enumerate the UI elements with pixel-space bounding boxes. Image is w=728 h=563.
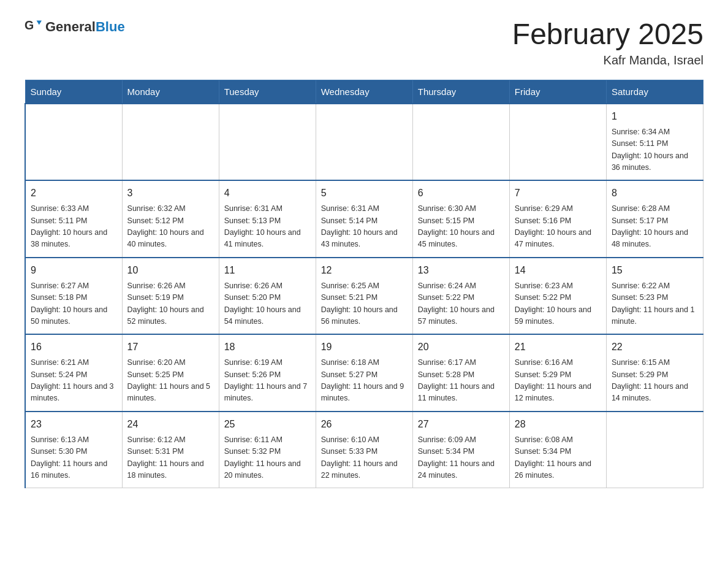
day-info: Sunrise: 6:09 AM Sunset: 5:34 PM Dayligh… [418,434,504,482]
calendar-cell: 5Sunrise: 6:31 AM Sunset: 5:14 PM Daylig… [316,180,412,258]
day-number: 6 [418,186,504,201]
calendar-cell: 4Sunrise: 6:31 AM Sunset: 5:13 PM Daylig… [219,180,316,258]
day-info: Sunrise: 6:20 AM Sunset: 5:25 PM Dayligh… [127,357,214,405]
calendar-cell: 28Sunrise: 6:08 AM Sunset: 5:34 PM Dayli… [509,412,606,488]
day-info: Sunrise: 6:11 AM Sunset: 5:32 PM Dayligh… [224,434,311,482]
calendar-cell: 26Sunrise: 6:10 AM Sunset: 5:33 PM Dayli… [316,412,412,488]
calendar-header-row: SundayMondayTuesdayWednesdayThursdayFrid… [25,80,703,104]
day-info: Sunrise: 6:10 AM Sunset: 5:33 PM Dayligh… [321,434,408,482]
day-info: Sunrise: 6:12 AM Sunset: 5:31 PM Dayligh… [127,434,214,482]
day-number: 22 [612,340,698,354]
day-number: 2 [31,186,117,201]
day-number: 16 [31,340,117,354]
calendar-cell: 27Sunrise: 6:09 AM Sunset: 5:34 PM Dayli… [412,412,509,488]
title-area: February 2025 Kafr Manda, Israel [512,18,703,67]
calendar-cell: 10Sunrise: 6:26 AM Sunset: 5:19 PM Dayli… [122,258,219,335]
day-number: 24 [127,417,214,432]
calendar-cell [316,104,412,181]
day-number: 3 [127,186,214,201]
day-info: Sunrise: 6:08 AM Sunset: 5:34 PM Dayligh… [515,434,601,482]
day-info: Sunrise: 6:31 AM Sunset: 5:14 PM Dayligh… [321,203,408,251]
day-info: Sunrise: 6:27 AM Sunset: 5:18 PM Dayligh… [31,280,117,328]
day-header-saturday: Saturday [606,80,703,104]
calendar-cell: 17Sunrise: 6:20 AM Sunset: 5:25 PM Dayli… [122,334,219,412]
day-number: 14 [515,263,601,278]
day-info: Sunrise: 6:26 AM Sunset: 5:19 PM Dayligh… [127,280,214,328]
day-number: 23 [31,417,117,432]
day-header-friday: Friday [509,80,606,104]
calendar-cell: 21Sunrise: 6:16 AM Sunset: 5:29 PM Dayli… [509,334,606,412]
day-number: 7 [515,186,601,201]
day-number: 26 [321,417,408,432]
calendar-cell: 23Sunrise: 6:13 AM Sunset: 5:30 PM Dayli… [25,412,122,488]
day-info: Sunrise: 6:13 AM Sunset: 5:30 PM Dayligh… [31,434,117,482]
calendar-cell [219,104,316,181]
day-info: Sunrise: 6:31 AM Sunset: 5:13 PM Dayligh… [224,203,311,251]
day-number: 21 [515,340,601,354]
calendar-cell [122,104,219,181]
day-info: Sunrise: 6:28 AM Sunset: 5:17 PM Dayligh… [612,203,698,251]
month-title: February 2025 [512,18,703,51]
day-number: 20 [418,340,504,354]
day-info: Sunrise: 6:25 AM Sunset: 5:21 PM Dayligh… [321,280,408,328]
calendar-cell [25,104,122,181]
logo-icon: G [25,17,42,34]
day-info: Sunrise: 6:30 AM Sunset: 5:15 PM Dayligh… [418,203,504,251]
calendar-cell: 22Sunrise: 6:15 AM Sunset: 5:29 PM Dayli… [606,334,703,412]
calendar-cell: 13Sunrise: 6:24 AM Sunset: 5:22 PM Dayli… [412,258,509,335]
calendar-week-row: 16Sunrise: 6:21 AM Sunset: 5:24 PM Dayli… [25,334,703,412]
calendar-cell: 1Sunrise: 6:34 AM Sunset: 5:11 PM Daylig… [606,104,703,181]
day-info: Sunrise: 6:24 AM Sunset: 5:22 PM Dayligh… [418,280,504,328]
day-header-wednesday: Wednesday [316,80,412,104]
day-header-monday: Monday [122,80,219,104]
day-number: 27 [418,417,504,432]
day-info: Sunrise: 6:15 AM Sunset: 5:29 PM Dayligh… [612,357,698,405]
day-info: Sunrise: 6:17 AM Sunset: 5:28 PM Dayligh… [418,357,504,405]
calendar-cell: 18Sunrise: 6:19 AM Sunset: 5:26 PM Dayli… [219,334,316,412]
calendar-cell: 6Sunrise: 6:30 AM Sunset: 5:15 PM Daylig… [412,180,509,258]
calendar-cell: 8Sunrise: 6:28 AM Sunset: 5:17 PM Daylig… [606,180,703,258]
day-number: 12 [321,263,408,278]
day-number: 25 [224,417,311,432]
svg-text:G: G [25,18,34,32]
day-info: Sunrise: 6:18 AM Sunset: 5:27 PM Dayligh… [321,357,408,405]
calendar-cell: 16Sunrise: 6:21 AM Sunset: 5:24 PM Dayli… [25,334,122,412]
calendar-cell: 9Sunrise: 6:27 AM Sunset: 5:18 PM Daylig… [25,258,122,335]
calendar-cell: 2Sunrise: 6:33 AM Sunset: 5:11 PM Daylig… [25,180,122,258]
day-info: Sunrise: 6:21 AM Sunset: 5:24 PM Dayligh… [31,357,117,405]
day-header-tuesday: Tuesday [219,80,316,104]
day-info: Sunrise: 6:32 AM Sunset: 5:12 PM Dayligh… [127,203,214,251]
calendar-cell: 24Sunrise: 6:12 AM Sunset: 5:31 PM Dayli… [122,412,219,488]
calendar-cell [509,104,606,181]
calendar-cell: 7Sunrise: 6:29 AM Sunset: 5:16 PM Daylig… [509,180,606,258]
day-number: 18 [224,340,311,354]
svg-marker-1 [37,21,42,25]
day-number: 19 [321,340,408,354]
page-header: G GeneralBlue February 2025 Kafr Manda, … [25,18,703,67]
calendar-cell: 15Sunrise: 6:22 AM Sunset: 5:23 PM Dayli… [606,258,703,335]
day-number: 4 [224,186,311,201]
calendar-cell [606,412,703,488]
day-number: 17 [127,340,214,354]
calendar-table: SundayMondayTuesdayWednesdayThursdayFrid… [25,80,703,489]
day-info: Sunrise: 6:16 AM Sunset: 5:29 PM Dayligh… [515,357,601,405]
calendar-cell: 12Sunrise: 6:25 AM Sunset: 5:21 PM Dayli… [316,258,412,335]
calendar-week-row: 2Sunrise: 6:33 AM Sunset: 5:11 PM Daylig… [25,180,703,258]
day-info: Sunrise: 6:29 AM Sunset: 5:16 PM Dayligh… [515,203,601,251]
day-info: Sunrise: 6:33 AM Sunset: 5:11 PM Dayligh… [31,203,117,251]
calendar-cell: 3Sunrise: 6:32 AM Sunset: 5:12 PM Daylig… [122,180,219,258]
day-info: Sunrise: 6:19 AM Sunset: 5:26 PM Dayligh… [224,357,311,405]
day-number: 10 [127,263,214,278]
calendar-week-row: 23Sunrise: 6:13 AM Sunset: 5:30 PM Dayli… [25,412,703,488]
location-title: Kafr Manda, Israel [512,53,703,67]
logo-blue-text: Blue [96,19,125,34]
day-number: 28 [515,417,601,432]
calendar-week-row: 1Sunrise: 6:34 AM Sunset: 5:11 PM Daylig… [25,104,703,181]
day-number: 11 [224,263,311,278]
calendar-cell: 11Sunrise: 6:26 AM Sunset: 5:20 PM Dayli… [219,258,316,335]
day-number: 15 [612,263,698,278]
day-number: 13 [418,263,504,278]
day-info: Sunrise: 6:22 AM Sunset: 5:23 PM Dayligh… [612,280,698,328]
day-info: Sunrise: 6:23 AM Sunset: 5:22 PM Dayligh… [515,280,601,328]
day-header-thursday: Thursday [412,80,509,104]
